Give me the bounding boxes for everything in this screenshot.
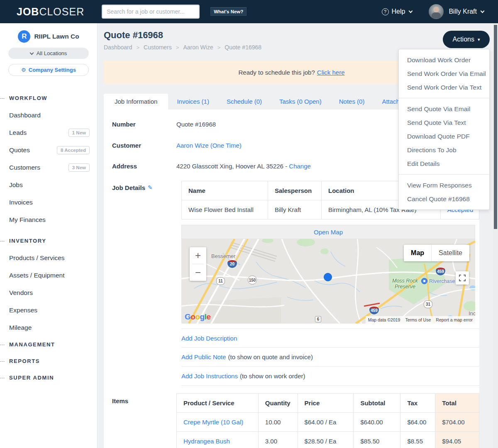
- search-input[interactable]: [102, 5, 200, 19]
- map-type-map-button[interactable]: Map: [404, 245, 432, 261]
- section-workflow[interactable]: WORKFLOW: [0, 90, 97, 107]
- help-menu[interactable]: ? Help: [382, 8, 413, 15]
- fullscreen-button[interactable]: [456, 271, 469, 285]
- section-management[interactable]: MANAGEMENT: [0, 336, 97, 353]
- col-quantity: Quantity: [258, 394, 298, 413]
- items-header-row: Product / Service Quantity Price Subtota…: [177, 394, 479, 413]
- side-nav: WORKFLOW Dashboard Leads1 New Quotes8 Ac…: [0, 90, 97, 386]
- map-canvas[interactable]: + − Map Satellite Bessemer Moss Rock Pre: [181, 239, 475, 324]
- map-data-copyright: Map data ©2019: [366, 316, 403, 324]
- item-product-link[interactable]: Crepe Myrtle (10 Gal): [183, 419, 243, 426]
- customer-link[interactable]: Aaron Wize: [176, 142, 209, 149]
- sidebar-item-products-services[interactable]: Products / Services: [0, 249, 97, 267]
- change-address-link[interactable]: Change: [289, 163, 311, 170]
- open-map-link[interactable]: Open Map: [314, 229, 343, 236]
- add-job-instructions-link[interactable]: Add Job Instructions: [181, 373, 238, 380]
- map-header: Open Map: [181, 225, 475, 239]
- schedule-click-here-link[interactable]: Click here: [317, 69, 345, 76]
- item-total: $704.00: [435, 413, 479, 432]
- map-label-inc: Inc: [469, 310, 475, 317]
- menu-item-edit-details[interactable]: Edit Details: [399, 157, 489, 170]
- sidebar-item-quotes[interactable]: Quotes8 Accepted: [0, 141, 97, 159]
- address-dash: -: [285, 163, 287, 170]
- banner-text: Ready to schedule this job?: [239, 69, 315, 76]
- sidebar-item-jobs[interactable]: Jobs: [0, 176, 97, 194]
- edit-pencil-icon[interactable]: ✎: [148, 184, 153, 191]
- sidebar-item-leads[interactable]: Leads1 New: [0, 124, 97, 141]
- sidebar-item-assets-equipment[interactable]: Assets / Equipment: [0, 267, 97, 284]
- sidebar-item-my-finances[interactable]: My Finances: [0, 211, 97, 229]
- item-total: $94.05: [435, 432, 479, 448]
- breadcrumb: Dashboard> Customers> Aaron Wize> Quote …: [104, 44, 261, 51]
- menu-item-download-work-order[interactable]: Download Work Order: [399, 53, 489, 67]
- tab-invoices[interactable]: Invoices (1): [168, 94, 218, 110]
- user-menu[interactable]: Billy Kraft: [449, 8, 484, 15]
- report-map-error-link[interactable]: Report a map error: [433, 316, 475, 324]
- job-location-marker[interactable]: [324, 273, 332, 281]
- zoom-in-button[interactable]: +: [190, 247, 206, 264]
- menu-item-view-form-responses[interactable]: View Form Responses: [399, 178, 489, 192]
- settings-label: Company Settings: [29, 67, 76, 73]
- map-label-moss-rock-1: Moss Rock: [392, 278, 418, 284]
- locations-selector[interactable]: All Locations: [8, 48, 89, 59]
- item-product-link[interactable]: Hydrangea Bush: [183, 438, 230, 445]
- sidebar-item-dashboard[interactable]: Dashboard: [0, 107, 97, 124]
- map-attribution: Map data ©2019 Terms of Use Report a map…: [366, 316, 475, 324]
- chevron-down-icon: [481, 9, 485, 13]
- sidebar-item-customers[interactable]: Customers3 New: [0, 159, 97, 176]
- sidebar-item-expenses[interactable]: Expenses: [0, 302, 97, 319]
- breadcrumb-customers[interactable]: Customers: [144, 44, 172, 51]
- company-name: RIIPL Lawn Co: [34, 33, 79, 40]
- item-row: Hydrangea Bush 3.00 $28.50 / Ea $85.50 $…: [177, 432, 479, 448]
- sidebar-item-invoices[interactable]: Invoices: [0, 194, 97, 211]
- menu-item-directions-to-job[interactable]: Directions To Job: [399, 143, 489, 157]
- whats-new-button[interactable]: What's New?: [210, 7, 247, 17]
- add-public-note-link[interactable]: Add Public Note: [181, 353, 226, 360]
- logo-bold: JOB: [17, 6, 39, 17]
- add-job-description-link[interactable]: Add Job Description: [181, 335, 237, 342]
- page-scrollbar[interactable]: [493, 23, 498, 448]
- us-11-shield: 11: [216, 277, 225, 285]
- actions-dropdown-menu: Download Work Order Send Work Order Via …: [398, 49, 490, 210]
- company-logo: R: [18, 30, 30, 43]
- zoom-out-button[interactable]: −: [190, 264, 206, 281]
- menu-item-download-quote-pdf[interactable]: Download Quote PDF: [399, 129, 489, 143]
- tab-notes[interactable]: Notes (0): [330, 94, 374, 110]
- menu-item-send-work-order-email[interactable]: Send Work Order Via Email: [399, 67, 489, 80]
- shopping-pin-icon[interactable]: [421, 278, 427, 284]
- menu-group-work-order: Download Work Order Send Work Order Via …: [399, 49, 489, 98]
- user-avatar[interactable]: [429, 4, 444, 19]
- company-row[interactable]: R RIIPL Lawn Co: [0, 30, 97, 43]
- customer-label: Customer: [112, 142, 176, 149]
- col-total: Total: [435, 394, 479, 413]
- menu-item-send-work-order-text[interactable]: Send Work Order Via Text: [399, 80, 489, 94]
- section-super-admin[interactable]: SUPER ADMIN: [0, 370, 97, 386]
- breadcrumb-customer[interactable]: Aaron Wize: [183, 44, 213, 51]
- section-inventory[interactable]: INVENTORY: [0, 233, 97, 249]
- map-label-bessemer: Bessemer: [211, 253, 236, 259]
- sidebar-item-mileage[interactable]: Mileage: [0, 319, 97, 336]
- menu-item-cancel-quote[interactable]: Cancel Quote #16968: [399, 192, 489, 206]
- scrollbar-thumb[interactable]: [494, 25, 497, 229]
- tab-job-information[interactable]: Job Information: [104, 94, 168, 110]
- sidebar-item-vendors[interactable]: Vendors: [0, 284, 97, 302]
- app-logo[interactable]: JOBCLOSER: [17, 6, 84, 18]
- top-right-area: ? Help Billy Kraft: [382, 4, 484, 19]
- tab-schedule[interactable]: Schedule (0): [218, 94, 271, 110]
- col-name: Name: [182, 181, 268, 200]
- tab-tasks[interactable]: Tasks (0 Open): [271, 94, 330, 110]
- map-type-satellite-button[interactable]: Satellite: [432, 245, 469, 261]
- actions-button[interactable]: Actions ▾: [443, 31, 490, 48]
- terms-of-use-link[interactable]: Terms of Use: [403, 316, 433, 324]
- section-reports[interactable]: REPORTS: [0, 353, 97, 370]
- menu-item-send-quote-text[interactable]: Send Quote Via Text: [399, 116, 489, 129]
- route-6-shield: 6: [315, 316, 321, 322]
- company-settings-button[interactable]: ⚙ Company Settings: [8, 64, 89, 76]
- item-quantity: 3.00: [258, 432, 298, 448]
- breadcrumb-dashboard[interactable]: Dashboard: [104, 44, 132, 51]
- route-150-shield: 150: [248, 275, 257, 285]
- item-price: $28.50 / Ea: [298, 432, 354, 448]
- logo-light: CLOSER: [39, 6, 84, 17]
- menu-item-send-quote-email[interactable]: Send Quote Via Email: [399, 102, 489, 116]
- menu-group-other: View Form Responses Cancel Quote #16968: [399, 174, 489, 209]
